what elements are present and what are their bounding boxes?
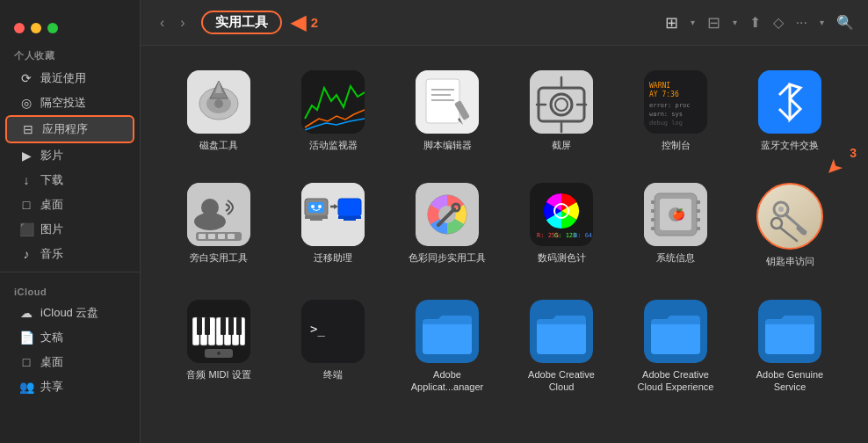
svg-text:warn: sys: warn: sys [649, 111, 683, 118]
app-label: 旁白实用工具 [190, 251, 248, 264]
sidebar-item-documents[interactable]: 📄 文稿 [5, 325, 134, 350]
svg-point-69 [778, 207, 784, 212]
app-item-disk-util[interactable]: 磁盘工具 [162, 63, 276, 158]
svg-point-44 [318, 205, 322, 208]
voiceover-icon [187, 183, 250, 246]
activity-monitor-icon [301, 70, 365, 134]
app-label: 截屏 [552, 139, 571, 151]
colorsync-icon [416, 183, 479, 246]
applications-icon: ⊟ [21, 122, 35, 136]
svg-point-3 [214, 99, 223, 108]
app-item-adobe-cc[interactable]: Adobe Creative Cloud [504, 293, 618, 401]
arrow-2-icon: ◀ [291, 11, 306, 34]
svg-rect-58 [651, 200, 655, 204]
share-button[interactable]: ⬆ [749, 14, 761, 31]
app-item-migration[interactable]: 迁移助理 [276, 176, 390, 274]
sidebar-item-label: 桌面 [40, 197, 63, 213]
app-label: Adobe Creative Cloud [522, 368, 601, 394]
sidebar-item-label: 音乐 [40, 246, 63, 262]
music-icon: ♪ [19, 247, 33, 261]
disk-util-icon [187, 70, 250, 134]
svg-text:WARNI: WARNI [649, 82, 670, 90]
app-grid: 磁盘工具 活动监视器 [162, 63, 847, 400]
app-label: 钥匙串访问 [766, 255, 814, 267]
svg-rect-87 [236, 317, 242, 335]
sidebar-item-recent[interactable]: ⟳ 最近使用 [5, 66, 134, 91]
app-label: 控制台 [662, 139, 691, 151]
chevron-down-3-icon: ▾ [820, 18, 824, 27]
sidebar-item-label: 最近使用 [40, 70, 86, 86]
app-item-adobe-app-manager[interactable]: Adobe Applicat...anager [390, 293, 504, 401]
svg-rect-42 [308, 202, 324, 213]
svg-point-89 [217, 352, 221, 355]
pictures-icon: ⬛ [19, 222, 33, 236]
maximize-button[interactable] [47, 23, 58, 33]
forward-button[interactable]: › [175, 13, 190, 33]
icloud-section-title: iCloud [0, 278, 140, 301]
chevron-down-2-icon: ▾ [733, 18, 737, 27]
sidebar-item-shared[interactable]: 👥 共享 [5, 374, 134, 399]
app-item-terminal[interactable]: >_ 终端 [276, 293, 390, 401]
arrow-3-icon: ➤ [821, 156, 846, 182]
app-item-keychain[interactable]: ➤ 3 钥匙串访问 [733, 176, 847, 274]
sidebar-item-label: 隔空投送 [40, 95, 86, 111]
tag-button[interactable]: ◇ [773, 14, 784, 31]
search-button[interactable]: 🔍 [836, 14, 854, 31]
svg-rect-32 [218, 234, 225, 239]
sidebar-item-icloud-drive[interactable]: ☁ iCloud 云盘 [5, 301, 134, 325]
svg-rect-33 [228, 234, 235, 239]
sidebar-item-downloads[interactable]: ↓ 下载 [5, 168, 134, 192]
app-item-activity-monitor[interactable]: 活动监视器 [276, 63, 390, 158]
sidebar-item-music[interactable]: ♪ 音乐 [5, 242, 134, 266]
svg-rect-40 [344, 219, 356, 221]
movies-icon: ▶ [19, 149, 33, 163]
app-item-bluetooth[interactable]: 蓝牙文件交换 [733, 63, 847, 158]
app-item-adobe-genuine[interactable]: Adobe Genuine Service [733, 293, 847, 401]
sidebar-item-pictures[interactable]: ⬛ 图片 [5, 217, 134, 242]
back-button[interactable]: ‹ [155, 13, 170, 33]
app-label: 色彩同步实用工具 [409, 251, 486, 264]
adobe-app-manager-icon [416, 300, 479, 363]
sidebar-item-label: 影片 [40, 148, 63, 163]
svg-rect-83 [197, 317, 202, 335]
more-button[interactable]: ··· [796, 15, 807, 31]
grid-view-button[interactable]: ⊞ [665, 13, 678, 33]
traffic-lights [0, 11, 140, 42]
sidebar: 个人收藏 ⟳ 最近使用 ◎ 隔空投送 ⊟ 应用程序 ➤ 1 ▶ 影片 ↓ 下载 … [0, 0, 141, 443]
app-item-console[interactable]: WARNI AY 7:36 error: proc warn: sys debu… [618, 63, 733, 158]
close-button[interactable] [14, 23, 25, 33]
minimize-button[interactable] [31, 23, 41, 33]
svg-rect-30 [199, 234, 206, 239]
app-item-digital-color[interactable]: R: 255 G: 128 B: 64 数码测色计 [504, 176, 618, 274]
sidebar-item-label: iCloud 云盘 [40, 305, 98, 321]
terminal-icon: >_ [301, 300, 365, 363]
documents-icon: 📄 [19, 330, 33, 345]
sidebar-item-label: 文稿 [40, 330, 63, 345]
app-item-audio-midi[interactable]: 音频 MIDI 设置 [162, 293, 276, 401]
app-item-screenshot[interactable]: 截屏 [504, 63, 618, 158]
svg-rect-37 [310, 219, 322, 221]
app-item-voiceover[interactable]: 旁白实用工具 [162, 176, 276, 274]
sidebar-item-movies[interactable]: ▶ 影片 [5, 143, 134, 168]
app-label: Adobe Creative Cloud Experience [636, 368, 715, 394]
app-item-adobe-cc-exp[interactable]: Adobe Creative Cloud Experience [618, 293, 733, 401]
migration-icon [301, 183, 365, 246]
list-view-button[interactable]: ⊟ [707, 13, 720, 33]
svg-text:B: 64: B: 64 [574, 232, 592, 239]
app-label: 迁移助理 [314, 251, 352, 264]
svg-rect-61 [651, 227, 655, 230]
console-icon: WARNI AY 7:36 error: proc warn: sys debu… [644, 70, 707, 134]
annotation-num-2: 2 [311, 15, 318, 30]
annotation-num-3: 3 [850, 146, 857, 160]
sidebar-item-desktop[interactable]: □ 桌面 [5, 192, 134, 217]
sidebar-item-icloud-desktop[interactable]: □ 桌面 [5, 350, 134, 374]
app-grid-container[interactable]: 磁盘工具 活动监视器 [141, 46, 868, 443]
app-item-script-editor[interactable]: 脚本编辑器 [390, 63, 504, 158]
app-item-sysinfo[interactable]: 🍎 系统信息 [618, 176, 733, 274]
app-item-colorsync[interactable]: 色彩同步实用工具 [390, 176, 504, 274]
svg-text:>_: >_ [310, 322, 325, 337]
app-label: 数码测色计 [538, 251, 586, 264]
sidebar-item-applications[interactable]: ⊟ 应用程序 ➤ 1 [5, 115, 134, 143]
sidebar-item-airdrop[interactable]: ◎ 隔空投送 [5, 91, 134, 115]
adobe-cc-icon [530, 300, 593, 363]
